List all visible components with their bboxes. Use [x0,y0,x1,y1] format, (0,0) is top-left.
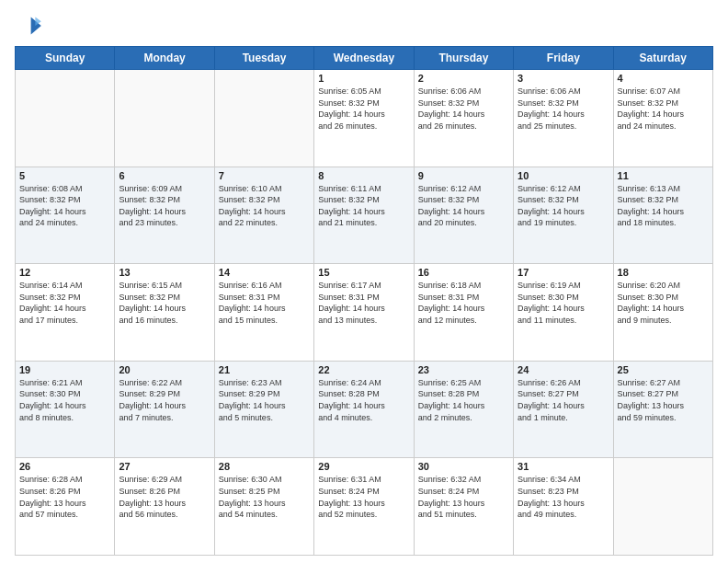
day-info: Sunrise: 6:19 AM Sunset: 8:30 PM Dayligh… [518,280,609,326]
day-number: 16 [418,267,509,278]
day-number: 20 [119,364,210,375]
calendar-cell: 8Sunrise: 6:11 AM Sunset: 8:32 PM Daylig… [314,167,414,264]
calendar-cell: 25Sunrise: 6:27 AM Sunset: 8:27 PM Dayli… [613,361,712,458]
calendar-header-friday: Friday [514,47,613,70]
day-number: 13 [119,267,210,278]
calendar-cell: 23Sunrise: 6:25 AM Sunset: 8:28 PM Dayli… [414,361,513,458]
calendar-cell [214,70,313,167]
day-info: Sunrise: 6:27 AM Sunset: 8:27 PM Dayligh… [618,377,709,423]
calendar-cell: 19Sunrise: 6:21 AM Sunset: 8:30 PM Dayli… [16,361,115,458]
calendar-cell: 5Sunrise: 6:08 AM Sunset: 8:32 PM Daylig… [16,167,115,264]
calendar-cell: 7Sunrise: 6:10 AM Sunset: 8:32 PM Daylig… [214,167,313,264]
calendar-week-row: 19Sunrise: 6:21 AM Sunset: 8:30 PM Dayli… [16,361,713,458]
day-number: 28 [219,461,310,472]
calendar-cell: 24Sunrise: 6:26 AM Sunset: 8:27 PM Dayli… [514,361,613,458]
calendar-cell [613,458,712,556]
page: SundayMondayTuesdayWednesdayThursdayFrid… [0,0,728,563]
calendar: SundayMondayTuesdayWednesdayThursdayFrid… [15,46,713,556]
day-number: 10 [518,170,609,181]
day-number: 1 [318,73,409,84]
day-info: Sunrise: 6:12 AM Sunset: 8:32 PM Dayligh… [418,183,509,229]
calendar-header-tuesday: Tuesday [214,47,313,70]
day-number: 6 [119,170,210,181]
calendar-cell: 2Sunrise: 6:06 AM Sunset: 8:32 PM Daylig… [414,70,513,167]
day-number: 12 [19,267,110,278]
calendar-cell: 11Sunrise: 6:13 AM Sunset: 8:32 PM Dayli… [613,167,712,264]
calendar-cell: 10Sunrise: 6:12 AM Sunset: 8:32 PM Dayli… [514,167,613,264]
day-info: Sunrise: 6:28 AM Sunset: 8:26 PM Dayligh… [19,474,110,520]
day-number: 9 [418,170,509,181]
day-info: Sunrise: 6:13 AM Sunset: 8:32 PM Dayligh… [618,183,709,229]
day-info: Sunrise: 6:17 AM Sunset: 8:31 PM Dayligh… [318,280,409,326]
calendar-cell: 16Sunrise: 6:18 AM Sunset: 8:31 PM Dayli… [414,264,513,362]
day-info: Sunrise: 6:26 AM Sunset: 8:27 PM Dayligh… [518,377,609,423]
calendar-cell: 21Sunrise: 6:23 AM Sunset: 8:29 PM Dayli… [214,361,313,458]
day-info: Sunrise: 6:09 AM Sunset: 8:32 PM Dayligh… [119,183,210,229]
header [15,11,713,40]
calendar-cell [16,70,115,167]
calendar-cell: 29Sunrise: 6:31 AM Sunset: 8:24 PM Dayli… [314,458,414,556]
calendar-cell: 22Sunrise: 6:24 AM Sunset: 8:28 PM Dayli… [314,361,414,458]
calendar-cell: 26Sunrise: 6:28 AM Sunset: 8:26 PM Dayli… [16,458,115,556]
day-number: 14 [219,267,310,278]
calendar-cell: 1Sunrise: 6:05 AM Sunset: 8:32 PM Daylig… [314,70,414,167]
day-number: 26 [19,461,110,472]
calendar-week-row: 5Sunrise: 6:08 AM Sunset: 8:32 PM Daylig… [16,167,713,264]
calendar-cell: 17Sunrise: 6:19 AM Sunset: 8:30 PM Dayli… [514,264,613,362]
day-number: 8 [318,170,409,181]
day-number: 2 [418,73,509,84]
calendar-cell: 13Sunrise: 6:15 AM Sunset: 8:32 PM Dayli… [115,264,214,362]
day-info: Sunrise: 6:29 AM Sunset: 8:26 PM Dayligh… [119,474,210,520]
day-info: Sunrise: 6:32 AM Sunset: 8:24 PM Dayligh… [418,474,509,520]
day-info: Sunrise: 6:14 AM Sunset: 8:32 PM Dayligh… [19,280,110,326]
calendar-cell: 12Sunrise: 6:14 AM Sunset: 8:32 PM Dayli… [16,264,115,362]
day-number: 11 [618,170,709,181]
day-info: Sunrise: 6:05 AM Sunset: 8:32 PM Dayligh… [318,86,409,132]
calendar-week-row: 1Sunrise: 6:05 AM Sunset: 8:32 PM Daylig… [16,70,713,167]
calendar-week-row: 26Sunrise: 6:28 AM Sunset: 8:26 PM Dayli… [16,458,713,556]
day-info: Sunrise: 6:30 AM Sunset: 8:25 PM Dayligh… [219,474,310,520]
day-info: Sunrise: 6:20 AM Sunset: 8:30 PM Dayligh… [618,280,709,326]
day-info: Sunrise: 6:16 AM Sunset: 8:31 PM Dayligh… [219,280,310,326]
day-number: 27 [119,461,210,472]
day-info: Sunrise: 6:06 AM Sunset: 8:32 PM Dayligh… [418,86,509,132]
calendar-cell: 30Sunrise: 6:32 AM Sunset: 8:24 PM Dayli… [414,458,513,556]
calendar-cell: 4Sunrise: 6:07 AM Sunset: 8:32 PM Daylig… [613,70,712,167]
calendar-header-row: SundayMondayTuesdayWednesdayThursdayFrid… [16,47,713,70]
day-number: 5 [19,170,110,181]
day-number: 25 [618,364,709,375]
day-info: Sunrise: 6:21 AM Sunset: 8:30 PM Dayligh… [19,377,110,423]
day-info: Sunrise: 6:12 AM Sunset: 8:32 PM Dayligh… [518,183,609,229]
day-number: 4 [618,73,709,84]
day-info: Sunrise: 6:23 AM Sunset: 8:29 PM Dayligh… [219,377,310,423]
day-number: 3 [518,73,609,84]
day-info: Sunrise: 6:08 AM Sunset: 8:32 PM Dayligh… [19,183,110,229]
day-info: Sunrise: 6:34 AM Sunset: 8:23 PM Dayligh… [518,474,609,520]
day-info: Sunrise: 6:07 AM Sunset: 8:32 PM Dayligh… [618,86,709,132]
day-number: 31 [518,461,609,472]
day-number: 19 [19,364,110,375]
day-info: Sunrise: 6:18 AM Sunset: 8:31 PM Dayligh… [418,280,509,326]
day-info: Sunrise: 6:22 AM Sunset: 8:29 PM Dayligh… [119,377,210,423]
calendar-cell: 9Sunrise: 6:12 AM Sunset: 8:32 PM Daylig… [414,167,513,264]
calendar-header-saturday: Saturday [613,47,712,70]
calendar-header-sunday: Sunday [16,47,115,70]
day-number: 17 [518,267,609,278]
day-number: 18 [618,267,709,278]
calendar-header-thursday: Thursday [414,47,513,70]
day-info: Sunrise: 6:10 AM Sunset: 8:32 PM Dayligh… [219,183,310,229]
calendar-cell [115,70,214,167]
calendar-cell: 31Sunrise: 6:34 AM Sunset: 8:23 PM Dayli… [514,458,613,556]
day-info: Sunrise: 6:11 AM Sunset: 8:32 PM Dayligh… [318,183,409,229]
calendar-cell: 15Sunrise: 6:17 AM Sunset: 8:31 PM Dayli… [314,264,414,362]
day-number: 15 [318,267,409,278]
calendar-week-row: 12Sunrise: 6:14 AM Sunset: 8:32 PM Dayli… [16,264,713,362]
day-info: Sunrise: 6:15 AM Sunset: 8:32 PM Dayligh… [119,280,210,326]
calendar-cell: 20Sunrise: 6:22 AM Sunset: 8:29 PM Dayli… [115,361,214,458]
day-number: 22 [318,364,409,375]
calendar-cell: 27Sunrise: 6:29 AM Sunset: 8:26 PM Dayli… [115,458,214,556]
calendar-cell: 3Sunrise: 6:06 AM Sunset: 8:32 PM Daylig… [514,70,613,167]
calendar-cell: 14Sunrise: 6:16 AM Sunset: 8:31 PM Dayli… [214,264,313,362]
day-info: Sunrise: 6:06 AM Sunset: 8:32 PM Dayligh… [518,86,609,132]
calendar-header-wednesday: Wednesday [314,47,414,70]
